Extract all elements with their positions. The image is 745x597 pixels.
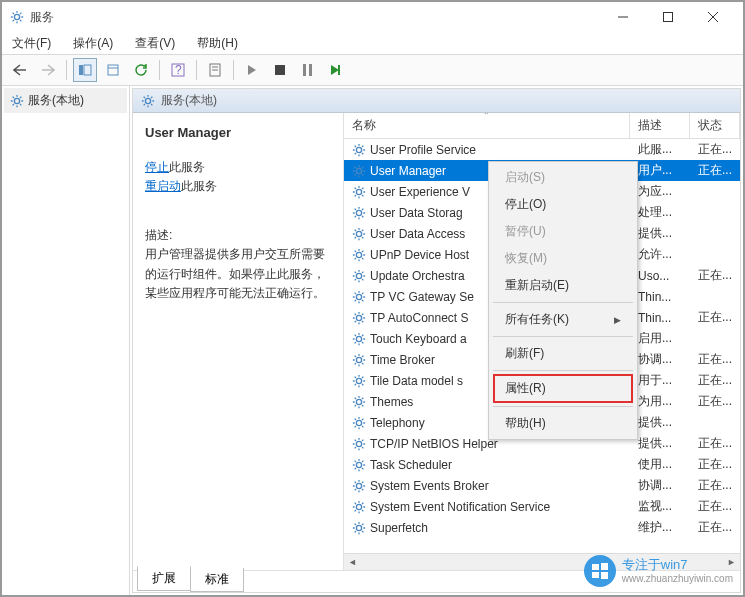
service-status: 正在... (690, 393, 740, 410)
menubar: 文件(F) 操作(A) 查看(V) 帮助(H) (2, 32, 743, 54)
service-desc: 提供... (630, 435, 690, 452)
svg-rect-41 (592, 572, 599, 578)
column-name[interactable]: ⌃名称 (344, 113, 630, 138)
service-name: Themes (370, 395, 413, 409)
gear-icon (352, 458, 366, 472)
ctx-all-tasks[interactable]: 所有任务(K)▶ (491, 306, 635, 333)
gear-icon (352, 416, 366, 430)
service-desc: 启用... (630, 330, 690, 347)
help-button[interactable]: ? (166, 58, 190, 82)
service-status: 正在... (690, 309, 740, 326)
toolbar: ? (2, 54, 743, 86)
service-row[interactable]: System Events Broker协调...正在... (344, 475, 740, 496)
ctx-help[interactable]: 帮助(H) (491, 410, 635, 437)
menu-action[interactable]: 操作(A) (69, 33, 117, 54)
svg-point-31 (356, 378, 361, 383)
ctx-resume: 恢复(M) (491, 245, 635, 272)
panel-header-label: 服务(本地) (161, 92, 217, 109)
service-name: System Event Notification Service (370, 500, 550, 514)
service-row[interactable]: System Event Notification Service监视...正在… (344, 496, 740, 517)
properties-button[interactable] (203, 58, 227, 82)
service-desc: 为用... (630, 393, 690, 410)
service-status: 正在... (690, 141, 740, 158)
ctx-properties[interactable]: 属性(R) (505, 377, 621, 400)
service-desc: 提供... (630, 414, 690, 431)
svg-point-36 (356, 483, 361, 488)
stop-service-button[interactable] (268, 58, 292, 82)
service-status: 正在... (690, 162, 740, 179)
service-desc: Thin... (630, 311, 690, 325)
service-name: User Experience V (370, 185, 470, 199)
watermark: 专注于win7 www.zhuanzhuyiwin.com (584, 555, 733, 587)
tree-root-label: 服务(本地) (28, 92, 84, 109)
gear-icon (352, 332, 366, 346)
stop-link[interactable]: 停止 (145, 160, 169, 174)
service-desc: 处理... (630, 204, 690, 221)
ctx-restart[interactable]: 重新启动(E) (491, 272, 635, 299)
column-desc[interactable]: 描述 (630, 113, 690, 138)
show-hide-button[interactable] (73, 58, 97, 82)
service-name: Update Orchestra (370, 269, 465, 283)
svg-point-19 (145, 98, 150, 103)
gear-icon (352, 290, 366, 304)
ctx-refresh[interactable]: 刷新(F) (491, 340, 635, 367)
restart-service-button[interactable] (324, 58, 348, 82)
svg-point-34 (356, 441, 361, 446)
gear-icon (352, 311, 366, 325)
service-status: 正在... (690, 477, 740, 494)
service-name: Telephony (370, 416, 425, 430)
service-list: ⌃名称 描述 状态 User Profile Service此服...正在...… (343, 113, 740, 570)
gear-icon (352, 500, 366, 514)
gear-icon (352, 248, 366, 262)
svg-point-24 (356, 231, 361, 236)
service-name: Task Scheduler (370, 458, 452, 472)
menu-file[interactable]: 文件(F) (8, 33, 55, 54)
context-menu: 启动(S) 停止(O) 暂停(U) 恢复(M) 重新启动(E) 所有任务(K)▶… (488, 161, 638, 440)
ctx-pause: 暂停(U) (491, 218, 635, 245)
window-title: 服务 (30, 9, 600, 26)
menu-help[interactable]: 帮助(H) (193, 33, 242, 54)
gear-icon (352, 521, 366, 535)
pause-service-button[interactable] (296, 58, 320, 82)
svg-point-38 (356, 525, 361, 530)
column-status[interactable]: 状态 (690, 113, 740, 138)
ctx-stop[interactable]: 停止(O) (491, 191, 635, 218)
gear-icon (352, 164, 366, 178)
svg-point-22 (356, 189, 361, 194)
tree-root-services[interactable]: 服务(本地) (4, 88, 127, 113)
service-name: UPnP Device Host (370, 248, 469, 262)
restart-link[interactable]: 重启动 (145, 179, 181, 193)
svg-rect-2 (663, 13, 672, 22)
close-button[interactable] (690, 3, 735, 31)
service-name: Touch Keyboard a (370, 332, 467, 346)
service-row[interactable]: User Profile Service此服...正在... (344, 139, 740, 160)
tab-standard[interactable]: 标准 (190, 568, 244, 592)
list-header: ⌃名称 描述 状态 (344, 113, 740, 139)
tab-extended[interactable]: 扩展 (137, 566, 191, 591)
service-row[interactable]: Task Scheduler使用...正在... (344, 454, 740, 475)
gear-icon (352, 353, 366, 367)
detail-pane: User Manager 停止此服务 重启动此服务 描述: 用户管理器提供多用户… (133, 113, 343, 570)
menu-view[interactable]: 查看(V) (131, 33, 179, 54)
selected-service-name: User Manager (145, 123, 331, 144)
svg-rect-15 (303, 64, 306, 76)
back-button[interactable] (8, 58, 32, 82)
minimize-button[interactable] (600, 3, 645, 31)
start-service-button[interactable] (240, 58, 264, 82)
svg-rect-40 (601, 563, 608, 570)
titlebar: 服务 (2, 2, 743, 32)
refresh-button[interactable] (129, 58, 153, 82)
service-row[interactable]: Superfetch维护...正在... (344, 517, 740, 538)
scroll-left-icon[interactable]: ◄ (344, 555, 361, 570)
service-desc: 为应... (630, 183, 690, 200)
svg-point-28 (356, 315, 361, 320)
service-status: 正在... (690, 267, 740, 284)
maximize-button[interactable] (645, 3, 690, 31)
ctx-start: 启动(S) (491, 164, 635, 191)
export-button[interactable] (101, 58, 125, 82)
svg-point-23 (356, 210, 361, 215)
gear-icon (352, 479, 366, 493)
forward-button[interactable] (36, 58, 60, 82)
service-desc: 监视... (630, 498, 690, 515)
gear-icon (352, 269, 366, 283)
